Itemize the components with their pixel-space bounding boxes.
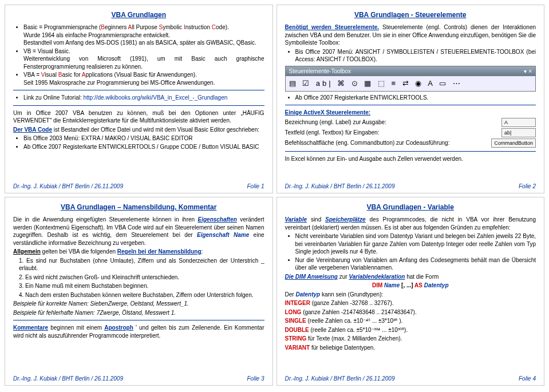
list-item: VBA = Visual Basic for Applications (Vis… xyxy=(23,71,264,86)
paragraph: Allgemein gelten bei VBA die folgenden R… xyxy=(13,248,264,256)
example: Beispiele für korrekte Namen: SiebenZwer… xyxy=(13,300,264,308)
paragraph: Der Datentyp kann sein (Grundtypen): xyxy=(285,291,536,299)
control-row: Textfeld (engl. Textbox) für Eingaben:ab… xyxy=(285,128,536,137)
toolbox-icons: ▤ ☑ ab| ⌘ ⊙ ▦ ⬚ ≡ ⇄ ◉ A ▭ ⋯ xyxy=(286,76,536,91)
list-item: Basic = Programmiersprache (Beginners Al… xyxy=(23,23,264,47)
list-item: Bis Office 2007 Menü: ANSICHT / SYMBOLLE… xyxy=(295,48,536,64)
slide-content: Basic = Programmiersprache (Beginners Al… xyxy=(13,22,264,181)
rule: 2. Es wird nicht zwischen Groß- und Klei… xyxy=(19,274,264,282)
sub-text: Seit 1995 Makrosprache zur Programmierun… xyxy=(23,79,264,87)
paragraph: Der VBA Code ist Bestandteil der Office … xyxy=(13,126,264,134)
toolbox-title: Steuerelemente-Toolbox xyxy=(289,68,351,76)
datatype: SINGLE (reelle Zahlen ca. ±10⁻⁴⁵ ... ±3*… xyxy=(285,317,536,325)
datatype: STRING für Texte (max. 2 Milliarden Zeic… xyxy=(285,335,536,343)
tutorial-link[interactable]: http://de.wikibooks.org/wiki/VBA_in_Exce… xyxy=(84,94,228,101)
slide-content: Benötigt werden Steuerelemente. Steuerel… xyxy=(285,22,536,181)
datatype: DOUBLE (reelle Zahlen ca. ±5*10⁻³²⁴ ... … xyxy=(285,326,536,334)
label-sample: A xyxy=(501,118,536,127)
control-row: Bezeichnung (engl. Label) zur Ausgabe:A xyxy=(285,118,536,127)
paragraph: Um in Office 2007 VBA benutzen zu können… xyxy=(13,109,264,125)
subheading: Einige ActiveX Steuerelemente: xyxy=(285,109,536,117)
list-item: Bis Office 2003 Menü: EXTRA / MAKRO / VI… xyxy=(23,134,264,142)
sub-text: Wurde 1964 als einfache Programmiersprac… xyxy=(23,31,264,39)
slide-footer: Dr.-Ing. J. Kubiak / BHT Berlin / 26.11.… xyxy=(13,375,264,382)
datatype: LONG (ganze Zahlen -2147483648 .. 214748… xyxy=(285,308,536,316)
datatype: VARIANT für beliebige Datentypen. xyxy=(285,344,536,352)
slide-grid: VBA Grundlagen Basic = Programmiersprach… xyxy=(5,5,544,386)
slide-content: Die in die Anwendung eingefügten Steuere… xyxy=(13,215,264,373)
slide-footer: Dr.-Ing. J. Kubiak / BHT Berlin / 26.11.… xyxy=(285,375,536,382)
datatype: INTEGER (ganze Zahlen -32768 .. 32767). xyxy=(285,299,536,307)
paragraph: Benötigt werden Steuerelemente. Steuerel… xyxy=(285,23,536,47)
sub-text: Bestandteil vom Anfang des MS-DOS (1981)… xyxy=(23,39,264,47)
rule: 4. Nach dem ersten Buchstaben können wei… xyxy=(19,291,264,299)
slide-footer: Dr.-Ing. J. Kubiak / BHT Berlin / 26.11.… xyxy=(13,183,264,189)
commandbutton-sample: CommandButton xyxy=(491,138,536,148)
example: Beispiele für fehlerhafte Namen: 7Zwerge… xyxy=(13,309,264,317)
list-item: Nicht vereinbarte Variablen sind vom Dat… xyxy=(295,232,536,256)
paragraph: Die DIM Anweisung zur Variablendeklarati… xyxy=(285,273,536,281)
slide-title: VBA Grundlagen - Variable xyxy=(285,203,536,211)
list-item: Link zu Online Tutorial: http://de.wikib… xyxy=(23,94,264,102)
slide-footer: Dr.-Ing. J. Kubiak / BHT Berlin / 26.11.… xyxy=(285,183,536,189)
slide-3: VBA Grundlagen – Namensbildung, Kommenta… xyxy=(5,197,273,386)
list-item: VB = Visual Basic. Weiterentwicklung von… xyxy=(23,47,264,71)
control-row: Befehlsschaltfläche (eng. Commandbutton)… xyxy=(285,138,536,148)
list-item: Ab Office 2007 Registerkarte ENTWICKLERT… xyxy=(295,94,536,102)
slide-title: VBA Grundlagen – Namensbildung, Kommenta… xyxy=(13,203,264,211)
paragraph: Die in die Anwendung eingefügten Steuere… xyxy=(13,216,264,247)
paragraph: Variable sind Speicherplätze des Program… xyxy=(285,216,536,231)
slide-1: VBA Grundlagen Basic = Programmiersprach… xyxy=(5,5,273,193)
rule: 1. Es sind nur Buchstaben (ohne Umlaute)… xyxy=(19,257,264,272)
list-item: Nur die Vereinbarung von Variablen am An… xyxy=(295,256,536,272)
paragraph: Kommentare beginnen mit einem Apostroph … xyxy=(13,324,264,339)
textbox-sample: ab| xyxy=(501,128,536,137)
slide-4: VBA Grundlagen - Variable Variable sind … xyxy=(277,197,545,386)
list-item: Ab Office 2007 Registerkarte ENTWICKLERT… xyxy=(23,143,264,151)
slide-2: VBA Grundlagen - Steuerelemente Benötigt… xyxy=(277,5,545,193)
toolbox-widget: Steuerelemente-Toolbox▾ × ▤ ☑ ab| ⌘ ⊙ ▦ … xyxy=(285,66,536,92)
slide-content: Variable sind Speicherplätze des Program… xyxy=(285,215,536,373)
toolbox-controls: ▾ × xyxy=(524,68,532,76)
rule: 3. Ein Name muß mit einem Buchstaben beg… xyxy=(19,282,264,290)
sub-text: Weiterentwicklung von Microsoft (1991), … xyxy=(23,55,264,70)
slide-title: VBA Grundlagen - Steuerelemente xyxy=(285,11,536,19)
note: In Excel können zur Ein- und Ausgabe auc… xyxy=(285,155,536,163)
syntax: DIM Name [, ...] AS Datentyp xyxy=(285,282,536,290)
slide-title: VBA Grundlagen xyxy=(13,11,264,19)
